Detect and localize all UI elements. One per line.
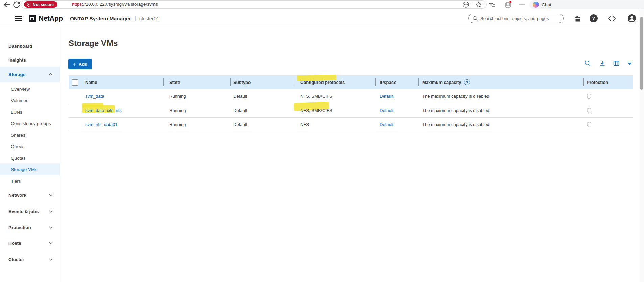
row-checkbox-cell <box>69 89 81 103</box>
sidebar-item-label: Quotas <box>11 156 26 161</box>
help-icon[interactable]: ? <box>590 14 598 22</box>
collections-icon[interactable] <box>489 1 496 8</box>
svm-name-link[interactable]: svm_nfs_data01 <box>85 122 117 127</box>
sidebar-item-label: Consistency groups <box>11 121 51 126</box>
max-capacity-help-icon[interactable]: ? <box>464 79 470 85</box>
sidebar-item-protection[interactable]: Protection <box>0 222 60 232</box>
svm-name-cell: svm_nfs_data01 <box>81 118 163 132</box>
table-row[interactable]: svm_data_cifs_nfs Running Default NFS, S… <box>69 103 633 118</box>
subtype-cell: Default <box>230 103 294 117</box>
url-text[interactable]: https://10.0.0.220/sysmgr/v4/storage/svm… <box>72 2 158 7</box>
brand-name: NetApp <box>39 14 63 22</box>
sidebar-item-label: Volumes <box>11 98 28 103</box>
sidebar-item-network[interactable]: Network <box>0 190 60 200</box>
row-checkbox-cell <box>69 118 81 132</box>
not-secure-label: Not secure <box>33 2 54 7</box>
header-cell-name[interactable]: Name <box>81 75 163 89</box>
column-label: IPspace <box>380 80 396 85</box>
max-capacity-value: The maximum capacity is disabled <box>422 108 490 113</box>
browser-profile-avatar[interactable] <box>504 1 512 9</box>
column-label: Maximum capacity <box>422 80 461 85</box>
ipspace-cell: Default <box>375 118 418 132</box>
sidebar-item-storage-vms[interactable]: Storage VMs <box>0 163 60 175</box>
svm-name-link[interactable]: svm_data <box>85 94 104 99</box>
sidebar-item-insights[interactable]: Insights <box>0 55 60 65</box>
main-content: Storage VMs + Add Name State Subtype Con… <box>60 27 639 282</box>
header-cell-subtype[interactable]: Subtype <box>230 75 294 89</box>
column-separator <box>294 78 294 86</box>
column-label: Subtype <box>233 80 251 85</box>
header-cell-maximum-capacity[interactable]: Maximum capacity? <box>418 75 583 89</box>
add-button[interactable]: + Add <box>68 59 92 69</box>
protection-cell <box>583 103 633 117</box>
sidebar-item-label: Cluster <box>8 257 24 262</box>
scrollbar-thumb[interactable] <box>640 17 643 90</box>
page-scrollbar[interactable] <box>639 9 644 282</box>
sidebar-item-dashboard[interactable]: Dashboard <box>0 41 60 51</box>
state-value: Running <box>169 108 186 113</box>
column-separator <box>163 78 164 86</box>
favorites-star-icon[interactable] <box>475 1 482 8</box>
chat-label: Chat <box>542 2 551 7</box>
svm-name-link[interactable]: svm_data_cifs_nfs <box>85 108 122 113</box>
sidebar-item-events-jobs[interactable]: Events & jobs <box>0 207 60 216</box>
subtype-value: Default <box>233 108 247 113</box>
not-secure-badge[interactable]: Not secure <box>24 1 57 8</box>
download-icon[interactable] <box>599 60 606 67</box>
hamburger-menu-icon[interactable] <box>15 16 22 21</box>
plus-icon: + <box>73 61 76 67</box>
notification-dot <box>509 1 512 3</box>
rest-api-code-icon[interactable] <box>608 15 616 21</box>
sidebar-item-shares[interactable]: Shares <box>0 130 60 140</box>
max-capacity-value: The maximum capacity is disabled <box>422 94 490 99</box>
user-account-icon[interactable] <box>627 14 636 23</box>
chevron-down-icon <box>49 226 53 229</box>
column-label: Configured protocols <box>300 80 345 85</box>
sidebar-item-consistency-groups[interactable]: Consistency groups <box>0 119 60 128</box>
sidebar-item-label: Dashboard <box>8 44 32 49</box>
table-row[interactable]: svm_nfs_data01 Running Default NFS Defau… <box>69 118 633 132</box>
browser-address-bar: Not secure https://10.0.0.220/sysmgr/v4/… <box>0 0 644 9</box>
column-separator <box>375 78 376 86</box>
whats-new-gift-icon[interactable] <box>574 15 581 22</box>
table-row[interactable]: svm_data Running Default NFS, SMB/CIFS D… <box>69 89 633 103</box>
header-cell-protection[interactable]: Protection <box>583 75 633 89</box>
sidebar-item-storage[interactable]: Storage <box>0 67 60 82</box>
sidebar-item-label: Tiers <box>11 179 21 184</box>
sidebar-item-quotas[interactable]: Quotas <box>0 153 60 163</box>
back-icon[interactable] <box>3 1 11 8</box>
search-icon <box>473 16 478 21</box>
header-divider: | <box>135 15 136 21</box>
sidebar-item-overview[interactable]: Overview <box>0 84 60 94</box>
ipspace-link[interactable]: Default <box>380 108 393 113</box>
global-search[interactable] <box>468 14 564 23</box>
sidebar-item-hosts[interactable]: Hosts <box>0 238 60 248</box>
header-cell-state[interactable]: State <box>163 75 230 89</box>
header-cell-ipspace[interactable]: IPspace <box>375 75 418 89</box>
ipspace-link[interactable]: Default <box>380 94 393 99</box>
browser-menu-icon[interactable] <box>519 1 525 8</box>
column-separator <box>418 78 419 86</box>
sidebar-item-luns[interactable]: LUNs <box>0 107 60 117</box>
global-search-input[interactable] <box>480 16 558 21</box>
sidebar-item-label: Shares <box>11 133 25 138</box>
shield-warning-icon <box>27 3 31 7</box>
copilot-chat-button[interactable]: Chat <box>529 0 644 9</box>
max-capacity-cell: The maximum capacity is disabled <box>418 103 583 117</box>
select-all-checkbox[interactable] <box>72 79 78 86</box>
ellipsis-circle-icon[interactable] <box>462 1 469 8</box>
url-bar[interactable]: Not secure https://10.0.0.220/sysmgr/v4/… <box>21 0 487 9</box>
table-search-icon[interactable] <box>584 60 591 67</box>
sidebar-item-volumes[interactable]: Volumes <box>0 96 60 105</box>
state-value: Running <box>169 94 186 99</box>
ipspace-link[interactable]: Default <box>380 122 393 127</box>
sidebar-item-label: Storage <box>8 72 25 77</box>
columns-icon[interactable] <box>613 60 620 67</box>
sidebar-item-tiers[interactable]: Tiers <box>0 176 60 186</box>
sidebar-item-label: Qtrees <box>11 144 25 149</box>
sidebar-item-cluster[interactable]: Cluster <box>0 255 60 264</box>
sidebar-nav: Dashboard Insights Storage Overview Volu… <box>0 27 60 282</box>
filter-icon[interactable] <box>626 60 633 67</box>
sidebar-item-qtrees[interactable]: Qtrees <box>0 142 60 151</box>
refresh-icon[interactable] <box>13 1 20 8</box>
